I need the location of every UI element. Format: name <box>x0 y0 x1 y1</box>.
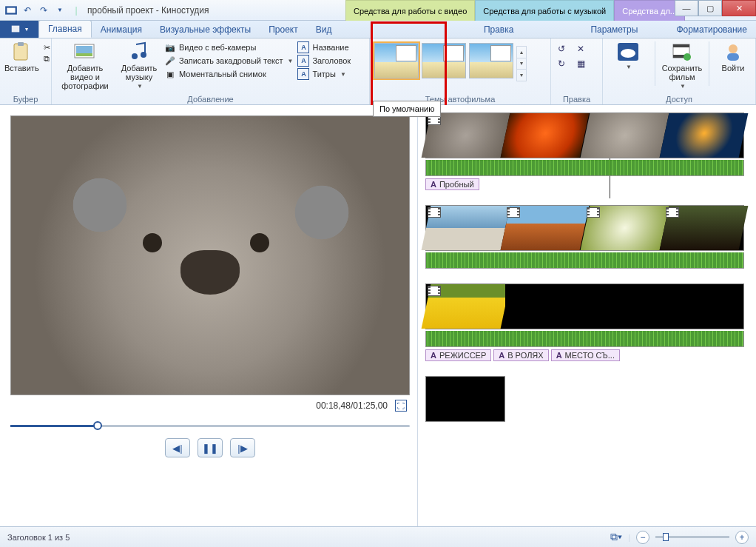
thumbnail-size-icon[interactable]: ⧉▾ <box>610 531 622 543</box>
context-tab-strip: Средства для работы с видео Средства для… <box>345 0 685 21</box>
delete-icon[interactable]: ✕ <box>575 43 587 55</box>
window-title: пробный проект - Киностудия <box>87 5 209 16</box>
prev-frame-button[interactable]: ◀| <box>165 438 190 457</box>
svg-rect-1 <box>7 7 15 13</box>
theme-gallery-dropdown[interactable]: ▴ ▾ ▾ <box>516 46 527 81</box>
maximize-button[interactable]: ▢ <box>698 0 722 16</box>
tab-edit-video[interactable]: Правка <box>475 21 523 38</box>
zoom-in-button[interactable]: + <box>735 531 749 544</box>
redo-icon[interactable]: ↷ <box>37 4 50 17</box>
add-caption-button[interactable]: AЗаголовок <box>297 55 351 67</box>
zoom-control: − + <box>636 531 749 544</box>
context-tab-video[interactable]: Средства для работы с видео <box>345 0 475 21</box>
titlebar: ↶ ↷ ▼ | пробный проект - Киностудия Сред… <box>0 0 756 21</box>
close-button[interactable]: ✕ <box>722 0 756 16</box>
title-chip-1[interactable]: AПробный <box>425 178 479 190</box>
clipboard-icon <box>10 41 33 62</box>
cut-icon[interactable]: ✂ <box>44 43 50 53</box>
svg-rect-17 <box>727 53 739 61</box>
add-title-button[interactable]: AНазвание <box>297 41 351 53</box>
theme-2-thumb[interactable] <box>422 43 466 78</box>
tab-project[interactable]: Проект <box>260 21 307 38</box>
skydrive-button[interactable]: ▼ <box>607 40 649 70</box>
ribbon: Вставить ✂ ⧉ Буфер Добавить видео и фото… <box>0 38 756 105</box>
timeline-row-2[interactable] <box>425 205 744 251</box>
theme-default-thumb[interactable] <box>374 43 419 78</box>
snapshot-button[interactable]: ▣Моментальный снимок <box>164 68 293 80</box>
caption-icon: A <box>297 55 309 67</box>
add-credits-button[interactable]: AТитры▼ <box>297 68 351 80</box>
ribbon-tabs: ▾ Главная Анимация Визуальные эффекты Пр… <box>0 21 756 38</box>
undo-icon[interactable]: ↶ <box>21 4 34 17</box>
login-button[interactable]: Войти <box>715 40 751 73</box>
tab-animation[interactable]: Анимация <box>92 21 151 38</box>
preview-monitor[interactable] <box>10 115 410 395</box>
timeline-pane[interactable]: AПробный AРЕЖИССЕР AВ РОЛЯХ AМЕСТО С <box>417 105 756 526</box>
next-frame-button[interactable]: |▶ <box>230 438 255 457</box>
user-icon <box>721 41 745 62</box>
webcam-icon: 📷 <box>164 41 176 53</box>
tab-music-options[interactable]: Параметры <box>581 21 647 38</box>
svg-rect-4 <box>18 42 24 46</box>
playback-time: 00:18,48/01:25,00 <box>316 400 388 411</box>
title-icon: A <box>297 41 309 53</box>
group-add-label: Добавление <box>56 93 365 104</box>
save-movie-icon <box>670 41 694 62</box>
qat-dropdown-icon[interactable]: ▼ <box>53 4 67 17</box>
add-music-button[interactable]: Добавить музыку ▼ <box>118 40 160 90</box>
svg-rect-13 <box>673 44 689 47</box>
rotate-right-icon[interactable]: ↻ <box>556 58 567 70</box>
file-tab[interactable]: ▾ <box>0 20 38 38</box>
pause-button[interactable]: ❚❚ <box>198 438 223 457</box>
cloud-icon <box>616 41 640 62</box>
more-icon: ▾ <box>517 70 526 81</box>
credits-chip-director[interactable]: AРЕЖИССЕР <box>425 349 491 361</box>
timeline-row-4[interactable] <box>425 376 505 422</box>
svg-point-9 <box>141 52 146 58</box>
audio-track-3[interactable] <box>425 331 744 347</box>
microphone-icon: 🎤 <box>164 55 176 67</box>
minimize-button[interactable]: ― <box>675 0 698 16</box>
add-video-photo-button[interactable]: Добавить видео и фотографии <box>56 40 114 90</box>
chevron-down-icon: ▼ <box>340 71 346 78</box>
audio-track-2[interactable] <box>425 252 744 269</box>
tab-text-format[interactable]: Форматирование <box>667 21 756 38</box>
status-caption: Заголовок 1 из 5 <box>7 533 70 542</box>
webcam-button[interactable]: 📷Видео с веб-камеры <box>164 41 293 53</box>
timeline-row-1[interactable] <box>425 113 744 158</box>
zoom-slider[interactable] <box>655 536 729 538</box>
svg-point-16 <box>729 44 738 53</box>
chevron-down-icon: ▼ <box>137 83 143 90</box>
copy-icon[interactable]: ⧉ <box>44 54 50 64</box>
tab-view[interactable]: Вид <box>307 21 341 38</box>
credits-chip-location[interactable]: AМЕСТО СЪ... <box>551 349 620 361</box>
zoom-out-button[interactable]: − <box>636 531 649 544</box>
fullscreen-icon[interactable]: ⛶ <box>395 400 407 412</box>
tab-home[interactable]: Главная <box>38 20 92 38</box>
status-bar: Заголовок 1 из 5 ⧉▾ | − + <box>0 526 756 547</box>
theme-3-thumb[interactable] <box>469 43 513 78</box>
chevron-down-icon: ▼ <box>626 64 632 70</box>
chevron-down-icon: ▼ <box>680 83 686 90</box>
svg-rect-7 <box>76 53 92 56</box>
save-movie-button[interactable]: Сохранить фильм ▼ <box>661 40 703 90</box>
group-access-label: Доступ <box>607 93 751 104</box>
credits-chip-cast[interactable]: AВ РОЛЯХ <box>493 349 548 361</box>
svg-point-11 <box>621 49 635 58</box>
svg-rect-3 <box>14 44 27 60</box>
rotate-left-icon[interactable]: ↺ <box>556 43 567 55</box>
app-icon[interactable] <box>4 4 18 17</box>
context-tab-music[interactable]: Средства для работы с музыкой <box>475 0 614 21</box>
seek-slider[interactable] <box>10 420 410 431</box>
divider-icon: | <box>70 4 83 17</box>
paste-button[interactable]: Вставить <box>4 40 39 73</box>
music-icon <box>127 41 151 62</box>
chevron-down-icon: ▾ <box>25 26 28 33</box>
select-all-icon[interactable]: ▦ <box>575 58 587 70</box>
timeline-row-3[interactable] <box>425 283 744 329</box>
narration-button[interactable]: 🎤Записать закадровый текст▼ <box>164 55 293 67</box>
film-icon <box>428 286 441 296</box>
tab-visual-effects[interactable]: Визуальные эффекты <box>151 21 260 38</box>
audio-track-1[interactable] <box>425 160 744 176</box>
svg-rect-2 <box>12 26 20 33</box>
